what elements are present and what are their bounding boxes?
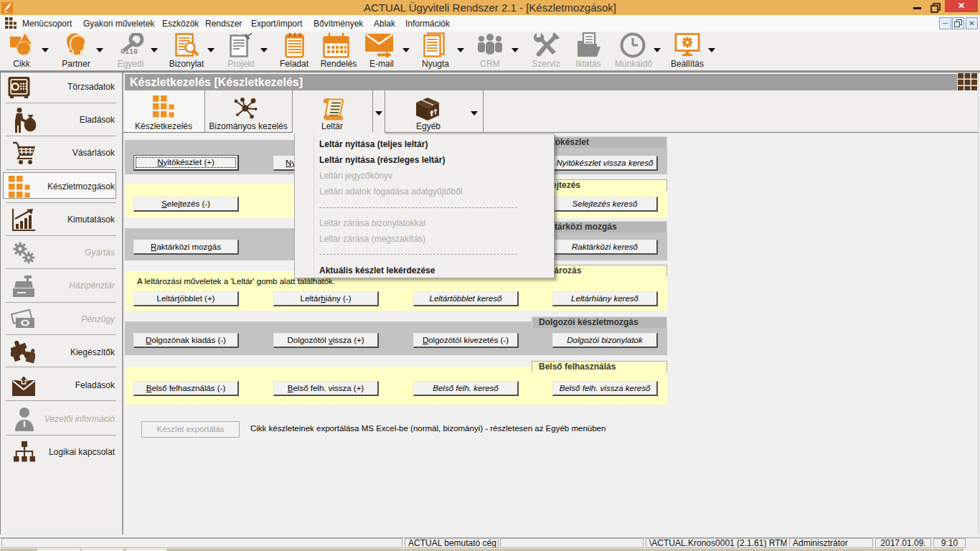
svg-text:0110: 0110 xyxy=(121,48,138,56)
